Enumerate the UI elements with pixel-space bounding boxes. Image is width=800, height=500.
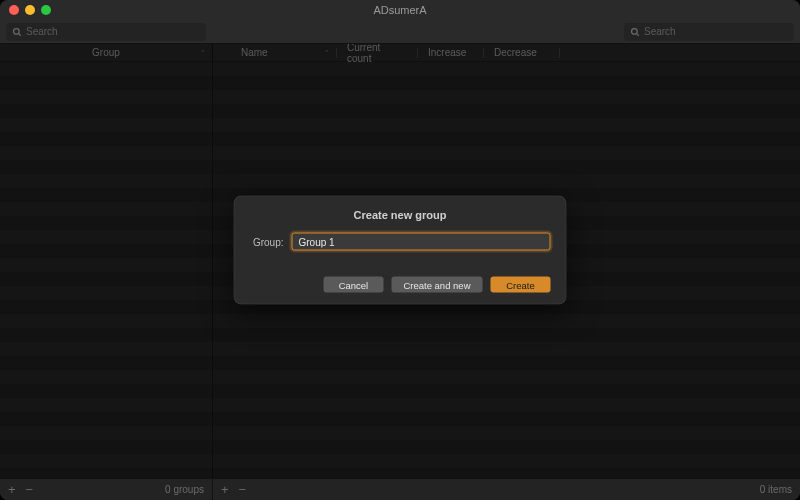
modal-button-row: Cancel Create and new Create: [250, 277, 551, 293]
maximize-window-button[interactable]: [41, 5, 51, 15]
modal-title: Create new group: [250, 209, 551, 221]
svg-point-0: [14, 28, 20, 34]
svg-point-2: [632, 28, 638, 34]
table-row: [0, 174, 212, 188]
table-row: [0, 76, 212, 90]
table-row: [213, 118, 800, 132]
close-window-button[interactable]: [9, 5, 19, 15]
table-row: [213, 468, 800, 478]
table-row: [0, 440, 212, 454]
chevron-icon: ⌃: [324, 49, 330, 57]
table-row: [213, 314, 800, 328]
create-and-new-button[interactable]: Create and new: [391, 277, 482, 293]
svg-line-3: [637, 33, 639, 35]
create-group-modal: Create new group Group: Cancel Create an…: [234, 196, 567, 305]
table-row: [213, 174, 800, 188]
table-row: [213, 104, 800, 118]
column-label: Decrease: [484, 47, 547, 58]
table-row: [213, 132, 800, 146]
sidebar-rows: [0, 62, 212, 478]
table-row: [0, 244, 212, 258]
svg-line-1: [19, 33, 21, 35]
table-row: [0, 356, 212, 370]
table-row: [213, 90, 800, 104]
table-row: [213, 356, 800, 370]
table-row: [213, 370, 800, 384]
footer-main: + − 0 items: [213, 479, 800, 500]
window-title: ADsumerA: [0, 4, 800, 16]
table-row: [213, 76, 800, 90]
table-row: [0, 160, 212, 174]
column-label: Name: [231, 47, 278, 58]
toolbar: [0, 20, 800, 44]
sidebar-search[interactable]: [6, 23, 206, 41]
column-label: Increase: [418, 47, 476, 58]
table-row: [0, 468, 212, 478]
cancel-button[interactable]: Cancel: [323, 277, 383, 293]
table-row: [213, 160, 800, 174]
column-separator: [559, 48, 560, 58]
table-row: [0, 258, 212, 272]
table-row: [0, 300, 212, 314]
sidebar-column-label: Group: [92, 47, 120, 58]
traffic-lights: [0, 5, 51, 15]
table-row: [0, 426, 212, 440]
column-header-name[interactable]: Name ⌃: [231, 47, 336, 58]
group-field-label: Group:: [250, 236, 284, 247]
table-row: [0, 146, 212, 160]
table-row: [0, 328, 212, 342]
search-icon: [630, 23, 640, 41]
remove-group-button[interactable]: −: [26, 483, 34, 496]
table-row: [213, 146, 800, 160]
table-row: [0, 104, 212, 118]
app-window: ADsumerA Group ⌃: [0, 0, 800, 500]
table-row: [0, 272, 212, 286]
table-row: [0, 342, 212, 356]
column-header-increase[interactable]: Increase: [418, 47, 483, 58]
table-row: [0, 314, 212, 328]
add-item-button[interactable]: +: [221, 483, 229, 496]
column-header-decrease[interactable]: Decrease: [484, 47, 559, 58]
table-row: [0, 454, 212, 468]
table-row: [0, 398, 212, 412]
table-row: [0, 370, 212, 384]
table-row: [0, 62, 212, 76]
table-row: [213, 426, 800, 440]
search-icon: [12, 23, 22, 41]
group-name-input[interactable]: [292, 233, 551, 251]
table-row: [213, 398, 800, 412]
footer: + − 0 groups + − 0 items: [0, 478, 800, 500]
table-row: [0, 118, 212, 132]
create-button[interactable]: Create: [491, 277, 551, 293]
column-header-current-count[interactable]: Current count: [337, 44, 417, 64]
table-row: [0, 132, 212, 146]
table-row: [0, 384, 212, 398]
main-search[interactable]: [624, 23, 794, 41]
main-search-input[interactable]: [644, 26, 788, 37]
modal-field-row: Group:: [250, 233, 551, 251]
table-row: [213, 440, 800, 454]
minimize-window-button[interactable]: [25, 5, 35, 15]
table-row: [0, 216, 212, 230]
sidebar-search-input[interactable]: [26, 26, 200, 37]
table-row: [0, 412, 212, 426]
table-row: [213, 62, 800, 76]
table-row: [0, 90, 212, 104]
titlebar: ADsumerA: [0, 0, 800, 20]
add-group-button[interactable]: +: [8, 483, 16, 496]
table-row: [213, 342, 800, 356]
table-row: [0, 286, 212, 300]
sidebar-column-header[interactable]: Group ⌃: [0, 44, 212, 62]
items-count-label: 0 items: [760, 484, 792, 495]
table-row: [213, 454, 800, 468]
table-row: [0, 188, 212, 202]
main-column-header-row: Name ⌃ Current count Increase Decrease: [213, 44, 800, 62]
remove-item-button[interactable]: −: [239, 483, 247, 496]
table-row: [213, 328, 800, 342]
sidebar: Group ⌃: [0, 44, 213, 478]
table-row: [0, 230, 212, 244]
chevron-icon: ⌃: [200, 49, 206, 57]
table-row: [213, 384, 800, 398]
table-row: [213, 412, 800, 426]
column-label: Current count: [337, 44, 417, 64]
